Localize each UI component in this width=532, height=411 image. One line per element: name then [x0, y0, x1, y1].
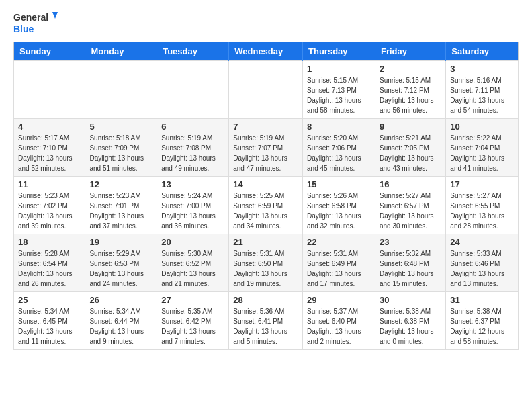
weekday-friday: Friday	[375, 42, 445, 61]
weekday-monday: Monday	[85, 42, 157, 61]
day-info: Sunrise: 5:38 AM Sunset: 6:37 PM Dayligh…	[450, 306, 514, 347]
day-number: 8	[307, 122, 371, 132]
day-info: Sunrise: 5:34 AM Sunset: 6:44 PM Dayligh…	[89, 306, 152, 347]
day-number: 23	[380, 237, 441, 247]
day-info: Sunrise: 5:22 AM Sunset: 7:04 PM Dayligh…	[450, 133, 514, 173]
week-row-3: 11Sunrise: 5:23 AM Sunset: 7:02 PM Dayli…	[14, 177, 519, 234]
day-info: Sunrise: 5:20 AM Sunset: 7:06 PM Dayligh…	[307, 133, 371, 173]
day-info: Sunrise: 5:26 AM Sunset: 6:58 PM Dayligh…	[307, 191, 371, 231]
day-number: 4	[18, 122, 81, 132]
day-number: 10	[450, 122, 514, 132]
day-number: 18	[18, 237, 81, 247]
day-info: Sunrise: 5:24 AM Sunset: 7:00 PM Dayligh…	[161, 191, 224, 231]
calendar-cell: 4Sunrise: 5:17 AM Sunset: 7:10 PM Daylig…	[14, 119, 85, 177]
calendar-cell: 11Sunrise: 5:23 AM Sunset: 7:02 PM Dayli…	[14, 177, 85, 234]
calendar-cell: 30Sunrise: 5:38 AM Sunset: 6:38 PM Dayli…	[375, 292, 445, 350]
calendar-cell: 25Sunrise: 5:34 AM Sunset: 6:45 PM Dayli…	[14, 292, 85, 350]
day-info: Sunrise: 5:27 AM Sunset: 6:57 PM Dayligh…	[380, 191, 441, 231]
day-info: Sunrise: 5:15 AM Sunset: 7:13 PM Dayligh…	[307, 75, 371, 116]
calendar-cell: 8Sunrise: 5:20 AM Sunset: 7:06 PM Daylig…	[303, 119, 375, 177]
svg-marker-2	[52, 12, 58, 19]
day-number: 7	[233, 122, 298, 132]
calendar-cell: 31Sunrise: 5:38 AM Sunset: 6:37 PM Dayli…	[446, 292, 519, 350]
day-info: Sunrise: 5:36 AM Sunset: 6:41 PM Dayligh…	[233, 306, 298, 347]
day-number: 14	[233, 179, 298, 189]
calendar-cell: 7Sunrise: 5:19 AM Sunset: 7:07 PM Daylig…	[229, 119, 303, 177]
day-info: Sunrise: 5:25 AM Sunset: 6:59 PM Dayligh…	[233, 191, 298, 231]
day-info: Sunrise: 5:19 AM Sunset: 7:07 PM Dayligh…	[233, 133, 298, 173]
day-number: 20	[161, 237, 224, 247]
calendar-cell	[229, 61, 303, 119]
day-info: Sunrise: 5:28 AM Sunset: 6:54 PM Dayligh…	[18, 248, 81, 289]
page: General Blue SundayMondayTuesdayWednesda…	[0, 0, 532, 361]
weekday-sunday: Sunday	[14, 42, 85, 61]
weekday-saturday: Saturday	[446, 42, 519, 61]
day-info: Sunrise: 5:23 AM Sunset: 7:02 PM Dayligh…	[18, 191, 81, 231]
day-number: 16	[380, 179, 441, 189]
calendar-cell	[157, 61, 229, 119]
day-number: 27	[161, 295, 224, 305]
day-number: 6	[161, 122, 224, 132]
week-row-2: 4Sunrise: 5:17 AM Sunset: 7:10 PM Daylig…	[14, 119, 519, 177]
calendar-cell: 21Sunrise: 5:31 AM Sunset: 6:50 PM Dayli…	[229, 234, 303, 292]
day-number: 31	[450, 295, 514, 305]
calendar-cell: 17Sunrise: 5:27 AM Sunset: 6:55 PM Dayli…	[446, 177, 519, 234]
calendar-cell: 27Sunrise: 5:35 AM Sunset: 6:42 PM Dayli…	[157, 292, 229, 350]
day-number: 5	[89, 122, 152, 132]
day-info: Sunrise: 5:32 AM Sunset: 6:48 PM Dayligh…	[380, 248, 441, 289]
calendar-cell: 3Sunrise: 5:16 AM Sunset: 7:11 PM Daylig…	[446, 61, 519, 119]
day-number: 19	[89, 237, 152, 247]
day-info: Sunrise: 5:27 AM Sunset: 6:55 PM Dayligh…	[450, 191, 514, 231]
calendar-cell: 18Sunrise: 5:28 AM Sunset: 6:54 PM Dayli…	[14, 234, 85, 292]
day-number: 30	[380, 295, 441, 305]
calendar-cell: 14Sunrise: 5:25 AM Sunset: 6:59 PM Dayli…	[229, 177, 303, 234]
day-number: 12	[89, 179, 152, 189]
day-number: 3	[450, 64, 514, 74]
calendar-cell: 6Sunrise: 5:19 AM Sunset: 7:08 PM Daylig…	[157, 119, 229, 177]
calendar-cell: 1Sunrise: 5:15 AM Sunset: 7:13 PM Daylig…	[303, 61, 375, 119]
day-number: 15	[307, 179, 371, 189]
calendar-cell: 29Sunrise: 5:37 AM Sunset: 6:40 PM Dayli…	[303, 292, 375, 350]
day-info: Sunrise: 5:38 AM Sunset: 6:38 PM Dayligh…	[380, 306, 441, 347]
calendar-cell: 13Sunrise: 5:24 AM Sunset: 7:00 PM Dayli…	[157, 177, 229, 234]
day-info: Sunrise: 5:37 AM Sunset: 6:40 PM Dayligh…	[307, 306, 371, 347]
day-number: 13	[161, 179, 224, 189]
calendar-cell: 20Sunrise: 5:30 AM Sunset: 6:52 PM Dayli…	[157, 234, 229, 292]
day-info: Sunrise: 5:31 AM Sunset: 6:49 PM Dayligh…	[307, 248, 371, 289]
calendar: SundayMondayTuesdayWednesdayThursdayFrid…	[13, 42, 519, 350]
calendar-cell: 9Sunrise: 5:21 AM Sunset: 7:05 PM Daylig…	[375, 119, 445, 177]
calendar-cell: 2Sunrise: 5:15 AM Sunset: 7:12 PM Daylig…	[375, 61, 445, 119]
day-number: 17	[450, 179, 514, 189]
day-number: 24	[450, 237, 514, 247]
day-info: Sunrise: 5:35 AM Sunset: 6:42 PM Dayligh…	[161, 306, 224, 347]
calendar-cell: 15Sunrise: 5:26 AM Sunset: 6:58 PM Dayli…	[303, 177, 375, 234]
calendar-cell: 12Sunrise: 5:23 AM Sunset: 7:01 PM Dayli…	[85, 177, 157, 234]
calendar-cell: 28Sunrise: 5:36 AM Sunset: 6:41 PM Dayli…	[229, 292, 303, 350]
calendar-cell: 26Sunrise: 5:34 AM Sunset: 6:44 PM Dayli…	[85, 292, 157, 350]
day-info: Sunrise: 5:19 AM Sunset: 7:08 PM Dayligh…	[161, 133, 224, 173]
day-info: Sunrise: 5:30 AM Sunset: 6:52 PM Dayligh…	[161, 248, 224, 289]
day-info: Sunrise: 5:21 AM Sunset: 7:05 PM Dayligh…	[380, 133, 441, 173]
day-number: 29	[307, 295, 371, 305]
day-number: 21	[233, 237, 298, 247]
calendar-cell: 24Sunrise: 5:33 AM Sunset: 6:46 PM Dayli…	[446, 234, 519, 292]
calendar-cell: 5Sunrise: 5:18 AM Sunset: 7:09 PM Daylig…	[85, 119, 157, 177]
day-number: 28	[233, 295, 298, 305]
calendar-cell: 23Sunrise: 5:32 AM Sunset: 6:48 PM Dayli…	[375, 234, 445, 292]
day-number: 26	[89, 295, 152, 305]
day-info: Sunrise: 5:23 AM Sunset: 7:01 PM Dayligh…	[89, 191, 152, 231]
day-info: Sunrise: 5:34 AM Sunset: 6:45 PM Dayligh…	[18, 306, 81, 347]
calendar-cell: 10Sunrise: 5:22 AM Sunset: 7:04 PM Dayli…	[446, 119, 519, 177]
day-info: Sunrise: 5:18 AM Sunset: 7:09 PM Dayligh…	[89, 133, 152, 173]
week-row-1: 1Sunrise: 5:15 AM Sunset: 7:13 PM Daylig…	[14, 61, 519, 119]
day-number: 2	[380, 64, 441, 74]
day-number: 9	[380, 122, 441, 132]
week-row-4: 18Sunrise: 5:28 AM Sunset: 6:54 PM Dayli…	[14, 234, 519, 292]
day-number: 11	[18, 179, 81, 189]
weekday-header-row: SundayMondayTuesdayWednesdayThursdayFrid…	[14, 42, 519, 61]
calendar-cell: 22Sunrise: 5:31 AM Sunset: 6:49 PM Dayli…	[303, 234, 375, 292]
header: General Blue	[13, 11, 519, 35]
day-info: Sunrise: 5:29 AM Sunset: 6:53 PM Dayligh…	[89, 248, 152, 289]
day-info: Sunrise: 5:31 AM Sunset: 6:50 PM Dayligh…	[233, 248, 298, 289]
day-number: 22	[307, 237, 371, 247]
